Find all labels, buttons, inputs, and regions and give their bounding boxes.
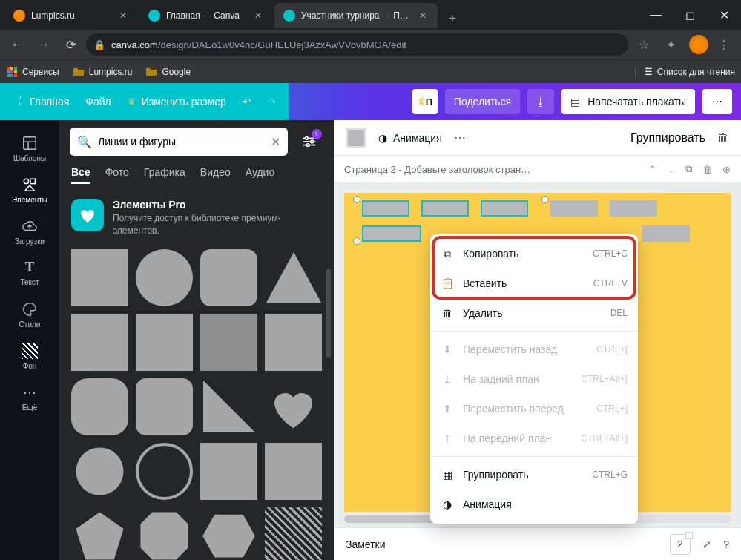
group-label[interactable]: Группировать <box>630 131 705 145</box>
premium-button[interactable]: ♛ П <box>412 89 438 114</box>
page-up-icon[interactable]: ⌃ <box>648 164 656 175</box>
shape-square-5[interactable] <box>200 443 257 500</box>
rail-uploads[interactable]: Загрузки <box>3 211 56 252</box>
rail-templates[interactable]: Шаблоны <box>3 128 56 169</box>
shape-badge[interactable] <box>71 443 128 500</box>
reload-button[interactable]: ⟳ <box>59 33 82 56</box>
reading-list-button[interactable]: ☰ Список для чтения <box>635 67 735 77</box>
home-button[interactable]: 〈 Главная <box>12 95 69 108</box>
tab-close-icon[interactable]: ✕ <box>252 10 264 22</box>
search-input[interactable] <box>98 136 265 148</box>
cat-video[interactable]: Видео <box>200 166 231 184</box>
ctx-group[interactable]: ▦ Группировать CTRL+G <box>430 460 638 490</box>
cat-all[interactable]: Все <box>71 166 90 184</box>
shape-diagonal[interactable] <box>265 507 322 560</box>
filter-button[interactable]: 1 <box>295 128 323 156</box>
browser-tab-0[interactable]: Lumpics.ru ✕ <box>4 3 138 28</box>
new-tab-button[interactable]: ＋ <box>442 7 463 28</box>
shape-circle[interactable] <box>136 249 193 306</box>
shape[interactable] <box>550 200 598 217</box>
shape[interactable] <box>642 225 690 242</box>
close-button[interactable]: ✕ <box>707 3 741 27</box>
shape-rounded[interactable] <box>200 249 257 306</box>
delete-page-icon[interactable]: 🗑 <box>702 164 712 175</box>
ctx-send-to-back[interactable]: ⤓ На задний план CTRL+Alt+[ <box>430 364 638 394</box>
bookmark-services[interactable]: Сервисы <box>6 66 59 78</box>
page-title[interactable]: Страница 2 - Добавьте заголовок стран… <box>344 164 641 175</box>
maximize-button[interactable]: ◻ <box>673 3 707 27</box>
shape-square[interactable] <box>71 249 128 306</box>
shape-rounded-lg[interactable] <box>71 378 128 435</box>
resize-button[interactable]: ♛ Изменить размер <box>128 96 226 108</box>
browser-tab-2[interactable]: Участники турнира — Плакат ✕ <box>274 3 438 28</box>
ctx-send-backward[interactable]: ⬇ Переместить назад CTRL+[ <box>430 335 638 364</box>
forward-button[interactable]: → <box>33 33 55 56</box>
ctx-copy[interactable]: ⧉ Копировать CTRL+C <box>430 239 638 269</box>
bookmark-icon[interactable]: ☆ <box>633 33 655 56</box>
rail-styles[interactable]: Стили <box>3 294 56 335</box>
cat-audio[interactable]: Аудио <box>246 166 275 184</box>
fullscreen-icon[interactable]: ⤢ <box>702 538 711 550</box>
ctx-animate[interactable]: ◑ Анимация <box>430 490 638 519</box>
browser-tab-1[interactable]: Главная — Canva ✕ <box>139 3 273 28</box>
shape-square-2[interactable] <box>71 314 128 371</box>
shape-square-dark[interactable] <box>200 314 257 371</box>
shape-rounded-2[interactable] <box>136 378 193 435</box>
clear-icon[interactable]: ✕ <box>271 135 280 149</box>
ctx-bring-forward[interactable]: ⬆ Переместить вперед CTRL+] <box>430 394 638 424</box>
shape-triangle[interactable] <box>265 249 322 306</box>
back-button[interactable]: ← <box>6 33 28 56</box>
trash-icon[interactable]: 🗑 <box>717 131 729 145</box>
shape-square-6[interactable] <box>265 443 322 500</box>
redo-button[interactable]: ↷ <box>268 96 277 108</box>
rail-background[interactable]: Фон <box>3 335 56 377</box>
file-menu[interactable]: Файл <box>85 96 111 108</box>
shape-square-4[interactable] <box>265 314 322 371</box>
cat-photo[interactable]: Фото <box>105 166 129 184</box>
rail-more[interactable]: ⋯ Ещё <box>3 377 56 418</box>
selection-handle[interactable] <box>353 196 360 203</box>
ctx-paste[interactable]: 📋 Вставить CTRL+V <box>430 269 638 298</box>
ctx-delete[interactable]: 🗑 Удалить DEL <box>430 298 638 328</box>
rail-text[interactable]: T Текст <box>3 252 56 294</box>
shape[interactable] <box>610 200 657 217</box>
page-count-badge[interactable]: 2 <box>670 534 691 555</box>
shape-square-3[interactable] <box>136 314 193 371</box>
shape-circle-outline[interactable] <box>136 443 193 500</box>
shape-hexagon[interactable] <box>200 507 257 560</box>
profile-avatar[interactable] <box>689 35 708 54</box>
panel-scrollbar[interactable] <box>326 269 331 358</box>
selected-shape[interactable] <box>481 200 528 217</box>
notes-button[interactable]: Заметки <box>346 538 386 550</box>
shape-octagon[interactable] <box>136 507 193 560</box>
shape-pentagon[interactable] <box>71 507 128 560</box>
cat-graphics[interactable]: Графика <box>144 166 185 184</box>
tab-close-icon[interactable]: ✕ <box>417 10 429 22</box>
duplicate-page-icon[interactable]: ⧉ <box>685 163 692 175</box>
bookmark-google[interactable]: Google <box>145 66 191 78</box>
extensions-icon[interactable]: ✦ <box>659 33 682 56</box>
bookmark-lumpics[interactable]: Lumpics.ru <box>73 66 133 78</box>
address-bar[interactable]: 🔒 canva.com/design/DAEo1w0v4nc/GuHELUej3… <box>86 33 628 56</box>
help-icon[interactable]: ? <box>723 538 729 550</box>
toolbar-more-icon[interactable]: ⋯ <box>454 131 466 145</box>
undo-button[interactable]: ↶ <box>243 96 251 108</box>
topbar-more-button[interactable]: ⋯ <box>702 89 732 114</box>
rail-elements[interactable]: Элементы <box>3 169 56 211</box>
pro-promo[interactable]: Элементы Pro Получите доступ к библиотек… <box>59 191 334 249</box>
animation-button[interactable]: ◑ Анимация <box>378 132 442 144</box>
selection-handle[interactable] <box>353 237 360 245</box>
page-down-icon[interactable]: ⌄ <box>667 164 675 175</box>
search-box[interactable]: 🔍 ✕ <box>70 128 288 156</box>
selected-shape[interactable] <box>362 200 409 217</box>
selection-handle[interactable] <box>541 196 549 203</box>
shape-triangle-right[interactable] <box>200 378 257 435</box>
add-page-icon[interactable]: ⊕ <box>722 164 731 175</box>
fill-color-button[interactable] <box>346 128 366 148</box>
shape-heart[interactable] <box>265 378 322 435</box>
selected-shape[interactable] <box>421 200 469 217</box>
download-button[interactable]: ⭳ <box>527 89 554 114</box>
ctx-bring-to-front[interactable]: ⤒ На передний план CTRL+Alt+] <box>430 424 638 453</box>
browser-menu-icon[interactable]: ⋮ <box>713 33 735 56</box>
minimize-button[interactable]: ― <box>639 3 673 27</box>
